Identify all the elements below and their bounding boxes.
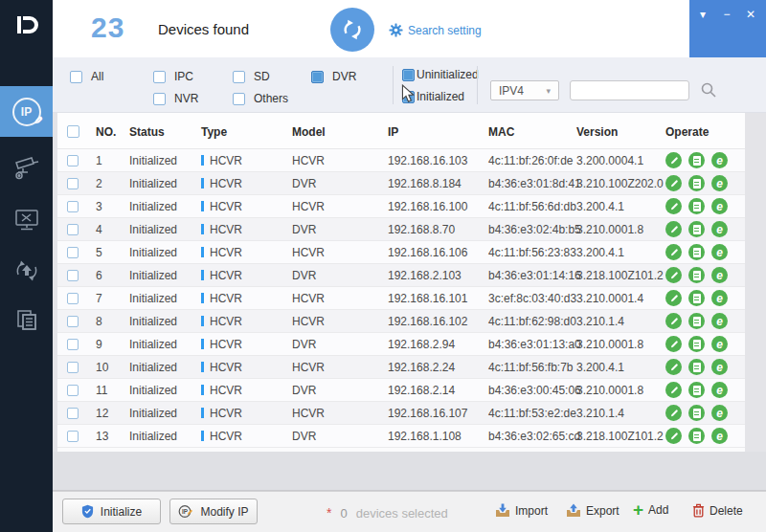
row-checkbox[interactable]: [67, 408, 79, 419]
table-row[interactable]: 4 Initialized HCVR DVR 192.168.8.70 b4:3…: [57, 218, 745, 241]
search-setting-button[interactable]: Search setting: [389, 23, 482, 37]
edit-icon[interactable]: [665, 198, 682, 214]
sidebar-item-ip-config[interactable]: IP ✎: [0, 86, 53, 137]
sidebar-item-system-settings[interactable]: [0, 194, 53, 245]
initialize-button[interactable]: Initialize: [62, 499, 161, 524]
browser-icon[interactable]: e: [711, 359, 728, 375]
sidebar-item-upgrade[interactable]: [0, 245, 53, 296]
modify-ip-button[interactable]: IP Modify IP: [169, 499, 258, 524]
row-checkbox[interactable]: [67, 155, 79, 166]
ip-version-select[interactable]: IPV4 ▾: [490, 80, 559, 100]
select-all-checkbox[interactable]: [67, 125, 79, 138]
details-icon[interactable]: [688, 313, 705, 329]
table-row[interactable]: 6 Initialized HCVR DVR 192.168.2.103 b4:…: [57, 264, 745, 287]
table-row[interactable]: 8 Initialized HCVR HCVR 192.168.16.102 4…: [57, 310, 745, 333]
filter-checkbox-initialized[interactable]: Initialized: [402, 90, 464, 103]
row-checkbox[interactable]: [67, 270, 79, 281]
browser-icon[interactable]: e: [711, 382, 728, 398]
table-row[interactable]: 9 Initialized HCVR DVR 192.168.2.94 b4:3…: [57, 333, 745, 356]
row-checkbox[interactable]: [67, 431, 79, 442]
filter-checkbox-nvr[interactable]: NVR: [153, 92, 198, 105]
browser-icon[interactable]: e: [711, 175, 728, 191]
details-icon[interactable]: [688, 290, 705, 306]
details-icon[interactable]: [688, 175, 705, 191]
filter-checkbox-dvr[interactable]: DVR: [311, 70, 356, 83]
details-icon[interactable]: [688, 221, 705, 237]
search-input[interactable]: [570, 80, 689, 100]
edit-icon[interactable]: [665, 336, 682, 352]
details-icon[interactable]: [688, 359, 705, 375]
browser-icon[interactable]: e: [711, 336, 728, 352]
row-checkbox[interactable]: [67, 316, 79, 327]
sidebar-item-device-config[interactable]: [0, 142, 53, 192]
edit-icon[interactable]: [665, 244, 682, 260]
edit-icon[interactable]: [665, 175, 682, 191]
filter-checkbox-ipc[interactable]: IPC: [153, 70, 193, 83]
cell-mac: 4c:11:bf:56:23:83: [488, 246, 576, 259]
row-checkbox[interactable]: [67, 385, 79, 396]
browser-icon[interactable]: e: [711, 244, 728, 260]
details-icon[interactable]: [688, 244, 705, 260]
edit-icon[interactable]: [665, 267, 682, 283]
export-button[interactable]: Export: [566, 503, 620, 518]
browser-icon[interactable]: e: [711, 152, 728, 168]
sidebar-item-logs[interactable]: [0, 295, 53, 345]
row-checkbox[interactable]: [67, 362, 79, 373]
edit-icon[interactable]: [665, 405, 682, 421]
row-checkbox[interactable]: [67, 339, 79, 350]
edit-icon[interactable]: [665, 359, 682, 375]
close-icon[interactable]: ✕: [743, 7, 758, 22]
filter-checkbox-sd[interactable]: SD: [233, 70, 270, 83]
cell-mac: 4c:11:bf:56:6d:db: [488, 200, 576, 213]
refresh-button[interactable]: [330, 8, 374, 52]
table-row[interactable]: 3 Initialized HCVR HCVR 192.168.16.100 4…: [57, 195, 745, 218]
browser-icon[interactable]: e: [711, 267, 728, 283]
cell-no: 13: [96, 430, 108, 443]
edit-icon[interactable]: [665, 290, 682, 306]
details-icon[interactable]: [688, 198, 705, 214]
edit-icon[interactable]: [665, 428, 682, 444]
search-icon[interactable]: [700, 81, 717, 99]
browser-icon[interactable]: e: [711, 290, 728, 306]
filter-checkbox-others[interactable]: Others: [233, 92, 288, 105]
details-icon[interactable]: [688, 336, 705, 352]
row-checkbox[interactable]: [67, 247, 79, 258]
import-button[interactable]: Import: [495, 503, 548, 518]
table-row[interactable]: 13 Initialized HCVR DVR 192.168.1.108 b4…: [57, 425, 745, 448]
filter-checkbox-all[interactable]: All: [70, 70, 103, 83]
edit-icon[interactable]: [665, 313, 682, 329]
cell-ip: 192.168.8.184: [388, 177, 462, 190]
monitor-tools-icon: [13, 209, 40, 232]
details-icon[interactable]: [688, 382, 705, 398]
browser-icon[interactable]: e: [711, 428, 728, 444]
delete-button[interactable]: Delete: [692, 503, 743, 518]
browser-icon[interactable]: e: [711, 221, 728, 237]
details-icon[interactable]: [688, 152, 705, 168]
row-checkbox[interactable]: [67, 178, 79, 189]
browser-icon[interactable]: e: [711, 405, 728, 421]
details-icon[interactable]: [688, 267, 705, 283]
browser-icon[interactable]: e: [711, 198, 728, 214]
edit-icon[interactable]: [665, 152, 682, 168]
edit-icon[interactable]: [665, 221, 682, 237]
edit-icon[interactable]: [665, 382, 682, 398]
details-icon[interactable]: [688, 428, 705, 444]
filter-checkbox-uninitialized[interactable]: Uninitialized: [402, 68, 479, 81]
details-icon[interactable]: [688, 405, 705, 421]
table-row[interactable]: 12 Initialized HCVR HCVR 192.168.16.107 …: [57, 402, 745, 425]
browser-icon[interactable]: e: [711, 313, 728, 329]
cell-ip: 192.168.2.103: [388, 269, 462, 282]
table-row[interactable]: 2 Initialized HCVR DVR 192.168.8.184 b4:…: [57, 172, 745, 195]
cell-mac: b4:36:e3:01:13:a0: [488, 338, 581, 351]
row-checkbox[interactable]: [67, 201, 79, 212]
table-row[interactable]: 7 Initialized HCVR HCVR 192.168.16.101 3…: [57, 287, 745, 310]
menu-icon[interactable]: ▾: [695, 7, 710, 22]
row-checkbox[interactable]: [67, 293, 79, 304]
table-row[interactable]: 11 Initialized HCVR DVR 192.168.2.14 b4:…: [57, 379, 745, 402]
row-checkbox[interactable]: [67, 224, 79, 235]
minimize-icon[interactable]: −: [719, 7, 734, 22]
table-row[interactable]: 1 Initialized HCVR HCVR 192.168.16.103 4…: [57, 149, 745, 172]
add-button[interactable]: + Add: [633, 503, 668, 517]
table-row[interactable]: 5 Initialized HCVR HCVR 192.168.16.106 4…: [57, 241, 745, 264]
table-row[interactable]: 10 Initialized HCVR HCVR 192.168.2.24 4c…: [57, 356, 745, 379]
